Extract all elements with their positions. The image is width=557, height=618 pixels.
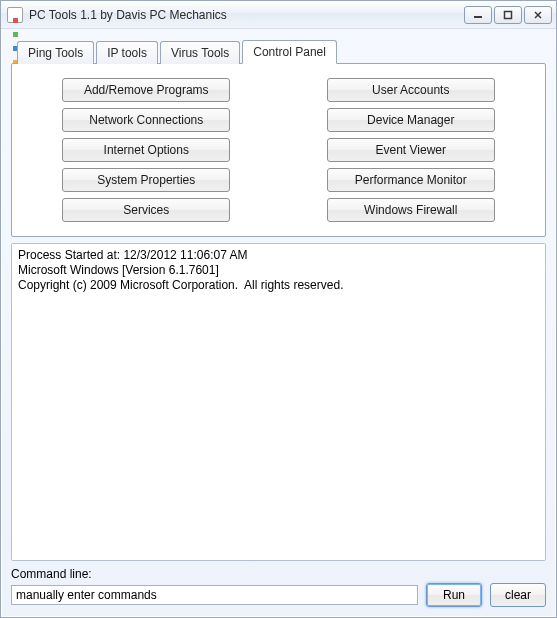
services-button[interactable]: Services: [62, 198, 230, 222]
performance-monitor-button[interactable]: Performance Monitor: [327, 168, 495, 192]
close-button[interactable]: [524, 6, 552, 24]
windows-firewall-button[interactable]: Windows Firewall: [327, 198, 495, 222]
device-manager-button[interactable]: Device Manager: [327, 108, 495, 132]
close-icon: [533, 10, 543, 20]
command-section: Command line: Run clear: [11, 567, 546, 607]
window-controls: [464, 6, 552, 24]
titlebar[interactable]: PC Tools 1.1 by Davis PC Mechanics: [1, 1, 556, 29]
maximize-icon: [503, 10, 513, 20]
internet-options-button[interactable]: Internet Options: [62, 138, 230, 162]
clear-button[interactable]: clear: [490, 583, 546, 607]
client-area: Ping Tools IP tools Virus Tools Control …: [1, 29, 556, 617]
tab-panel-control-panel: Add/Remove Programs User Accounts Networ…: [11, 63, 546, 237]
tab-ip-tools[interactable]: IP tools: [96, 41, 158, 64]
add-remove-programs-button[interactable]: Add/Remove Programs: [62, 78, 230, 102]
tab-control-panel[interactable]: Control Panel: [242, 40, 337, 64]
app-window: PC Tools 1.1 by Davis PC Mechanics Ping …: [0, 0, 557, 618]
minimize-icon: [473, 10, 483, 20]
output-panel: [11, 243, 546, 561]
user-accounts-button[interactable]: User Accounts: [327, 78, 495, 102]
event-viewer-button[interactable]: Event Viewer: [327, 138, 495, 162]
system-properties-button[interactable]: System Properties: [62, 168, 230, 192]
command-input[interactable]: [11, 585, 418, 605]
command-label: Command line:: [11, 567, 546, 581]
maximize-button[interactable]: [494, 6, 522, 24]
run-button[interactable]: Run: [426, 583, 482, 607]
minimize-button[interactable]: [464, 6, 492, 24]
tab-virus-tools[interactable]: Virus Tools: [160, 41, 240, 64]
output-text[interactable]: [12, 244, 545, 560]
tab-strip: Ping Tools IP tools Virus Tools Control …: [17, 39, 546, 63]
network-connections-button[interactable]: Network Connections: [62, 108, 230, 132]
control-panel-grid: Add/Remove Programs User Accounts Networ…: [42, 78, 515, 222]
app-icon: [7, 7, 23, 23]
tab-ping-tools[interactable]: Ping Tools: [17, 41, 94, 64]
command-line-row: Run clear: [11, 583, 546, 607]
window-title: PC Tools 1.1 by Davis PC Mechanics: [29, 8, 464, 22]
svg-rect-1: [505, 11, 512, 18]
